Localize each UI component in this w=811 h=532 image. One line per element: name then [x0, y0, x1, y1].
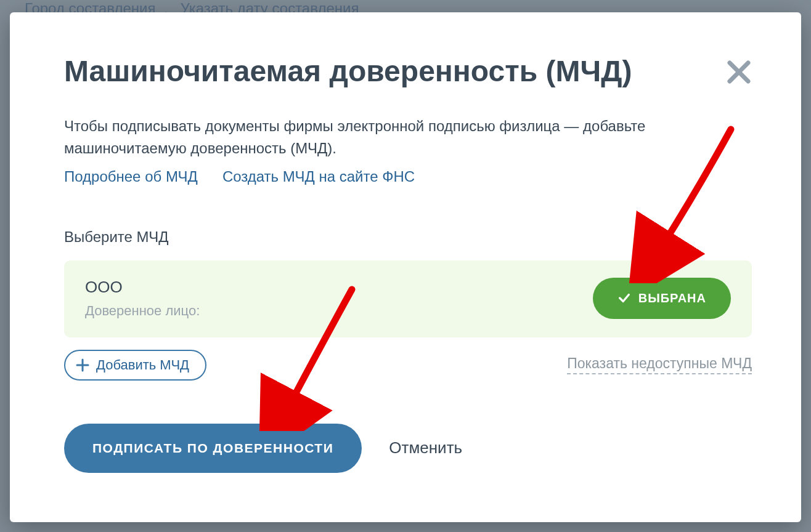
- link-create-mchd[interactable]: Создать МЧД на сайте ФНС: [222, 168, 415, 185]
- footer-actions: ПОДПИСАТЬ ПО ДОВЕРЕННОСТИ Отменить: [64, 424, 752, 473]
- selected-button-label: ВЫБРАНА: [638, 291, 706, 305]
- show-unavailable-link[interactable]: Показать недоступные МЧД: [567, 355, 752, 374]
- sign-by-poa-button[interactable]: ПОДПИСАТЬ ПО ДОВЕРЕННОСТИ: [64, 424, 362, 473]
- mchd-org-name: ООО: [85, 278, 593, 297]
- add-mchd-label: Добавить МЧД: [96, 357, 189, 373]
- mchd-trustee-label: Доверенное лицо:: [85, 303, 593, 319]
- check-icon: [617, 291, 631, 305]
- intro-text: Чтобы подписывать документы фирмы электр…: [64, 115, 656, 159]
- mchd-card[interactable]: ООО Доверенное лицо: ВЫБРАНА: [64, 260, 752, 337]
- modal-header: Машиночитаемая доверенность (МЧД): [64, 55, 752, 88]
- modal-title: Машиночитаемая доверенность (МЧД): [64, 55, 632, 88]
- close-icon: [726, 59, 752, 85]
- plus-icon: [75, 358, 90, 373]
- mchd-card-info: ООО Доверенное лицо:: [85, 278, 593, 319]
- selected-button[interactable]: ВЫБРАНА: [593, 278, 731, 319]
- add-mchd-button[interactable]: Добавить МЧД: [64, 350, 206, 381]
- under-card-row: Добавить МЧД Показать недоступные МЧД: [64, 350, 752, 381]
- close-button[interactable]: [726, 59, 752, 85]
- links-row: Подробнее об МЧД Создать МЧД на сайте ФН…: [64, 168, 752, 185]
- cancel-link[interactable]: Отменить: [389, 438, 462, 457]
- mchd-modal: Машиночитаемая доверенность (МЧД) Чтобы …: [10, 12, 801, 522]
- select-mchd-label: Выберите МЧД: [64, 228, 752, 246]
- link-about-mchd[interactable]: Подробнее об МЧД: [64, 168, 198, 185]
